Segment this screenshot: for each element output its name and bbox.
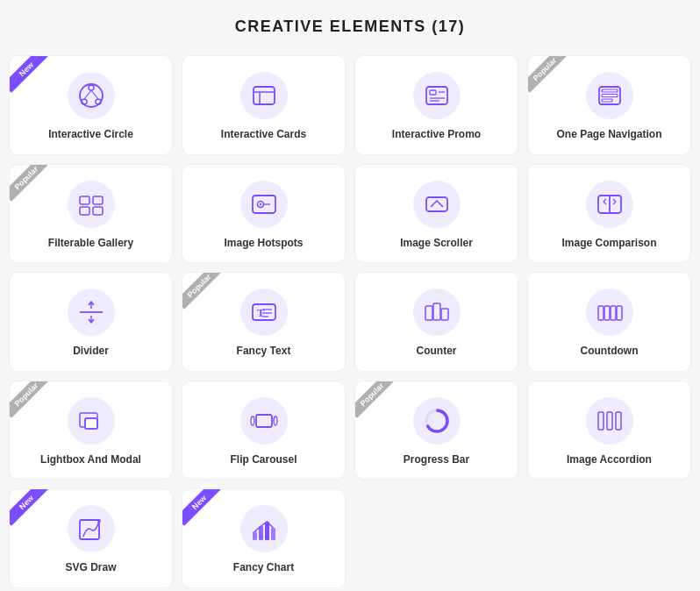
svg-rect-9 [426,87,447,104]
image-accordion-label: Image Accordion [567,453,652,467]
svg-rect-39 [604,306,610,320]
items-grid: New Interactive Circle Interactive Cards… [9,55,691,588]
one-page-navigation-icon [586,72,633,119]
svg-rect-40 [611,306,616,320]
svg-line-4 [91,90,98,99]
svg-point-47 [274,417,277,425]
image-comparison-icon [586,181,633,228]
svg-rect-38 [598,306,604,320]
svg-line-5 [84,90,91,99]
card-lightbox-and-modal[interactable]: Popular Lightbox And Modal [9,381,173,481]
image-scroller-icon [413,181,461,228]
filterable-gallery-label: Filterable Gallery [48,237,133,251]
svg-rect-37 [441,309,448,320]
svg-rect-57 [265,522,269,540]
svg-point-1 [89,85,94,90]
fancy-chart-icon [240,505,288,552]
card-countdown[interactable]: Countdown [527,272,691,372]
badge-popular: Popular [10,381,55,427]
interactive-circle-icon [68,72,115,119]
lightbox-and-modal-label: Lightbox And Modal [40,453,141,467]
fancy-text-icon: T [240,288,288,336]
svg-rect-6 [254,87,275,104]
card-image-scroller[interactable]: Image Scroller [354,164,518,264]
badge-popular: Popular [182,273,228,318]
progress-bar-icon [413,397,461,445]
filterable-gallery-icon [68,181,115,228]
interactive-cards-icon [240,72,288,119]
svg-rect-26 [426,197,447,211]
interactive-cards-label: Interactive Cards [221,128,306,142]
svg-rect-19 [93,196,103,204]
interactive-promo-label: Interactive Promo [392,128,481,142]
svg-rect-21 [93,207,103,215]
card-fancy-text[interactable]: Popular T Fancy Text [182,272,346,372]
image-hotspots-icon [240,181,288,228]
svg-rect-55 [253,531,257,540]
badge-new: New [182,489,228,535]
badge-popular: Popular [10,165,55,210]
svg-rect-53 [80,520,99,539]
badge-new: New [10,56,55,102]
card-fancy-chart[interactable]: New Fancy Chart [182,488,346,588]
card-image-comparison[interactable]: Image Comparison [527,164,691,264]
card-flip-carousel[interactable]: Flip Carousel [182,381,346,481]
svg-rect-45 [256,415,272,427]
card-progress-bar[interactable]: Popular Progress Bar [354,381,518,481]
flip-carousel-label: Flip Carousel [230,453,296,467]
svg-rect-43 [85,418,97,429]
card-divider[interactable]: Divider [9,272,173,372]
counter-label: Counter [417,345,457,359]
svg-rect-15 [602,89,618,92]
svg-rect-16 [602,95,618,97]
badge-popular: Popular [528,56,574,102]
svg-rect-50 [598,412,604,430]
image-hotspots-label: Image Hotspots [224,237,303,251]
interactive-promo-icon [413,72,461,119]
card-interactive-cards[interactable]: Interactive Cards [182,55,346,155]
one-page-navigation-label: One Page Navigation [556,128,661,142]
card-interactive-circle[interactable]: New Interactive Circle [9,55,173,155]
countdown-label: Countdown [581,345,639,359]
divider-icon [68,288,115,336]
card-filterable-gallery[interactable]: Popular Filterable Gallery [9,164,173,264]
counter-icon [413,288,461,336]
svg-rect-52 [616,412,621,430]
lightbox-and-modal-icon [68,397,115,445]
svg-draw-label: SVG Draw [65,561,116,575]
svg-rect-20 [80,207,89,215]
svg-rect-36 [433,303,440,320]
svg-rect-10 [430,90,436,95]
card-counter[interactable]: Counter [354,272,518,372]
countdown-icon [586,288,633,336]
svg-rect-41 [617,306,622,320]
progress-bar-label: Progress Bar [404,453,469,467]
flip-carousel-icon [240,397,288,445]
card-svg-draw[interactable]: New SVG Draw [9,488,173,588]
svg-rect-18 [80,196,89,204]
divider-label: Divider [73,345,109,359]
interactive-circle-label: Interactive Circle [48,128,133,142]
svg-rect-35 [425,306,432,320]
card-interactive-promo[interactable]: Interactive Promo [354,55,518,155]
image-comparison-label: Image Comparison [561,237,656,251]
svg-rect-58 [271,528,275,540]
svg-rect-51 [607,412,612,430]
svg-point-24 [259,203,261,204]
svg-draw-icon [68,505,115,552]
page-title: CREATIVE ELEMENTS (17) [9,18,691,36]
image-accordion-icon [586,397,633,445]
card-image-hotspots[interactable]: Image Hotspots [182,164,346,264]
fancy-chart-label: Fancy Chart [233,561,294,575]
fancy-text-label: Fancy Text [237,345,291,359]
svg-rect-17 [602,99,612,102]
svg-point-54 [97,519,101,523]
svg-point-46 [251,417,254,425]
badge-popular: Popular [355,381,401,427]
card-one-page-navigation[interactable]: Popular One Page Navigation [527,55,691,155]
badge-new: New [10,489,55,535]
card-image-accordion[interactable]: Image Accordion [527,381,691,481]
image-scroller-label: Image Scroller [400,237,473,251]
